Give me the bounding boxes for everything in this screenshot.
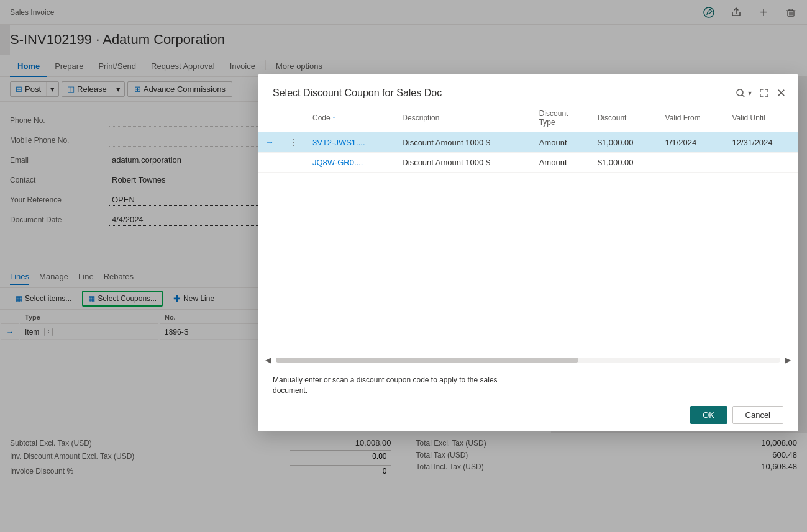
col-discount-type: DiscountType [532,104,590,132]
row-valid-until: 12/31/2024 [724,132,798,153]
row-valid-from: 1/1/2024 [658,132,725,153]
cancel-button[interactable]: Cancel [732,406,783,424]
scan-input[interactable] [544,377,783,394]
row-valid-until [724,153,798,173]
modal-footer: Manually enter or scan a discount coupon… [258,367,798,431]
col-discount: Discount [590,104,658,132]
row-discount-type: Amount [532,153,590,173]
table-row[interactable]: → ⋮ 3VT2-JWS1.... Discount Amount 1000 $… [258,132,798,153]
modal-search-icon[interactable] [736,88,745,98]
scroll-left-arrow[interactable]: ◀ [265,356,271,364]
modal-search-dropdown-arrow[interactable]: ▾ [748,89,752,97]
scroll-thumb[interactable] [276,358,578,363]
row-valid-from [658,153,725,173]
row-description: Discount Amount 1000 $ [394,132,531,153]
row-options[interactable]: ⋮ [281,132,305,153]
modal-header: Select Discount Coupon for Sales Doc ▾ ✕ [258,74,798,104]
sort-icon: ↑ [332,115,335,122]
modal-scrollbar: ◀ ▶ [258,353,798,367]
col-description: Description [394,104,531,132]
col-valid-from: Valid From [658,104,725,132]
modal-title: Select Discount Coupon for Sales Doc [273,88,736,99]
col-code[interactable]: Code ↑ [305,104,394,132]
row-arrow [258,153,281,173]
modal-dialog: Select Discount Coupon for Sales Doc ▾ ✕… [258,74,798,431]
row-code: 3VT2-JWS1.... [305,132,394,153]
row-code: JQ8W-GR0.... [305,153,394,173]
row-options[interactable] [281,153,305,173]
row-description: Discount Amount 1000 $ [394,153,531,173]
row-discount: $1,000.00 [590,153,658,173]
row-discount-type: Amount [532,132,590,153]
scan-row: Manually enter or scan a discount coupon… [273,375,783,396]
modal-expand-icon[interactable] [759,88,769,98]
scroll-track[interactable] [276,358,780,363]
modal-body: Code ↑ Description DiscountType Discount… [258,104,798,353]
ok-button[interactable]: OK [690,406,727,424]
modal-buttons: OK Cancel [273,406,783,424]
modal-search-area: ▾ [736,88,752,98]
row-arrow: → [258,132,281,153]
row-discount: $1,000.00 [590,132,658,153]
modal-close-button[interactable]: ✕ [774,84,788,102]
table-row[interactable]: JQ8W-GR0.... Discount Amount 1000 $ Amou… [258,153,798,173]
col-valid-until: Valid Until [724,104,798,132]
scroll-right-arrow[interactable]: ▶ [785,356,791,364]
scan-label: Manually enter or scan a discount coupon… [273,375,534,396]
coupon-table: Code ↑ Description DiscountType Discount… [258,104,798,173]
